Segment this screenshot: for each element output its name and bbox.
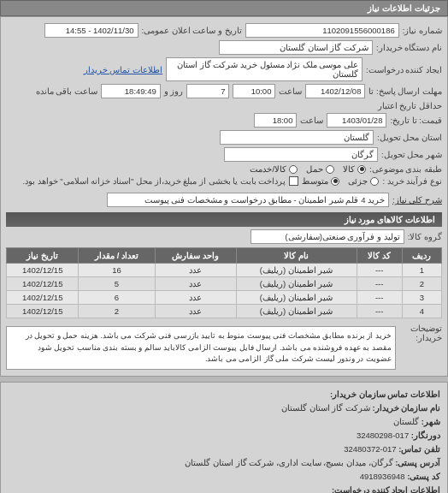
group-field: تولید و فرآوری صنعتی(سفارشی) <box>251 229 404 244</box>
deadline-time: 10:00 <box>233 84 275 98</box>
remain-days: 7 <box>186 84 229 98</box>
pkg-opt-0[interactable]: کالا <box>343 164 366 174</box>
creator-title: اطلاعات ایجاد کننده درخواست: <box>332 485 440 493</box>
addr-val: گرگان، میدان بسیج، سایت اداری، شرکت گاز … <box>185 458 392 467</box>
goods-section-title: اطلاعات کالاهای مورد نیاز <box>6 212 442 227</box>
cell-qty: 5 <box>79 277 155 291</box>
fax-label: دورنگار: <box>411 431 440 440</box>
addr-label: آدرس پستی: <box>395 458 440 467</box>
process-radios: جزئی متوسط <box>302 176 379 186</box>
creator-field: علی موسی ملک نژاد مسئول خرید شرکت گاز اس… <box>166 57 363 81</box>
main-panel: شماره نیاز: 1102091556000186 تاریخ و ساع… <box>0 16 448 377</box>
radio-icon <box>326 165 334 174</box>
zip-label: کد پستی: <box>407 472 440 481</box>
pub-dt-field: 1402/11/30 - 14:55 <box>44 23 139 38</box>
col-code: کد کالا <box>357 248 402 264</box>
city-label: شهر محل تحویل: <box>381 150 442 159</box>
cell-qty: 6 <box>79 291 155 305</box>
footer-panel: اطلاعات تماس سازمان خریدار: نام سازمان خ… <box>0 382 448 494</box>
price-label: قیمت: تا تاریخ: <box>390 116 442 125</box>
col-name: نام کالا <box>236 248 357 264</box>
cell-date: 1402/12/15 <box>7 291 79 305</box>
table-row: 3---شیر اطمینان (ریلیف)عدد61402/12/15 <box>7 291 442 305</box>
time-label-1: ساعت <box>279 86 302 96</box>
cell-name: شیر اطمینان (ریلیف) <box>236 291 357 305</box>
cell-date: 1402/12/15 <box>7 277 79 291</box>
process-opt-1[interactable]: متوسط <box>302 176 339 186</box>
remain-time-label: ساعت باقی مانده <box>36 86 97 96</box>
radio-icon <box>331 177 339 186</box>
cell-name: شیر اطمینان (ریلیف) <box>236 264 357 277</box>
col-qty: تعداد / مقدار <box>79 248 155 264</box>
notes-label: توضیحات خریدار: <box>399 324 442 342</box>
remain-time: 18:49:49 <box>101 84 161 98</box>
province-label: استان محل تحویل: <box>377 133 442 142</box>
phone-val: 017-32480372 <box>344 444 396 454</box>
cell-date: 1402/12/15 <box>7 305 79 318</box>
cell-n: 1 <box>402 264 441 277</box>
table-row: 2---شیر اطمینان (ریلیف)عدد51402/12/15 <box>7 277 442 291</box>
pkg-opt-1[interactable]: حمل <box>306 164 334 174</box>
cell-n: 3 <box>402 291 441 305</box>
cell-code: --- <box>357 305 402 318</box>
creator-label: ایجاد کننده درخواست: <box>366 65 442 74</box>
cell-n: 2 <box>402 277 441 291</box>
radio-icon <box>357 165 366 174</box>
col-unit: واحد سفارش <box>155 248 236 264</box>
fcity-label: شهر: <box>421 417 440 426</box>
cell-name: شیر اطمینان (ریلیف) <box>236 305 357 318</box>
table-row: 1---شیر اطمینان (ریلیف)عدد161402/12/15 <box>7 264 442 277</box>
buyer-contact-link[interactable]: اطلاعات تماس خریدار <box>84 65 162 74</box>
radio-icon <box>289 165 298 174</box>
cell-unit: عدد <box>155 291 236 305</box>
fax-val: 017-32480298 <box>357 431 409 440</box>
process-opt-0[interactable]: جزئی <box>348 176 379 186</box>
cell-code: --- <box>357 291 402 305</box>
footer-title: اطلاعات تماس سازمان خریدار: <box>330 389 440 399</box>
cell-unit: عدد <box>155 305 236 318</box>
col-date: تاریخ نیاز <box>7 248 79 264</box>
group-label: گروه کالا: <box>408 232 442 241</box>
req-no-label: شماره نیاز: <box>403 26 442 35</box>
process-label: نوع فرآیند خرید : <box>382 176 442 186</box>
history-label: حداقل تاریخ اعتبار <box>378 101 442 110</box>
cell-n: 4 <box>402 305 441 318</box>
radio-icon <box>370 177 379 186</box>
cell-code: --- <box>357 264 402 277</box>
cell-date: 1402/12/15 <box>7 264 79 277</box>
city-field: گرگان <box>224 147 378 162</box>
process-note: پرداخت بابت یا بخشی از مبلغ خرید،از محل … <box>22 176 286 186</box>
treasury-checkbox[interactable] <box>289 176 298 186</box>
desc-label: شرح کلی نیاز: <box>392 195 442 205</box>
pkg-opt-2[interactable]: کالا/خدمت <box>250 164 298 174</box>
province-field: گلستان <box>220 130 374 145</box>
col-n: ردیف <box>402 248 441 264</box>
cell-qty: 16 <box>79 264 155 277</box>
pkg-label: طبقه بندی موضوعی: <box>369 164 442 174</box>
desc-field: خرید 4 قلم شیر اطمینان - مطابق درخواست و… <box>107 193 389 207</box>
buyer-field: شرکت گاز استان گلستان <box>219 40 373 55</box>
org-val: شرکت گاز استان گلستان <box>281 403 370 413</box>
price-date: 1403/01/28 <box>327 113 386 128</box>
price-time: 18:00 <box>254 113 297 128</box>
org-label: نام سازمان خریدار: <box>373 403 440 413</box>
notes-box: خرید از برنده مطابق مشخصات فنی پیوست منو… <box>6 326 396 370</box>
time-label-2: ساعت <box>300 116 323 125</box>
cell-name: شیر اطمینان (ریلیف) <box>236 277 357 291</box>
deadline-date: 1402/12/08 <box>305 84 365 98</box>
pkg-radios: کالا حمل کالا/خدمت <box>250 164 366 174</box>
goods-table: ردیف کد کالا نام کالا واحد سفارش تعداد /… <box>6 247 442 318</box>
buyer-label: نام دستگاه خریدار: <box>376 43 442 52</box>
panel-title: جزئیات اطلاعات نیاز <box>0 0 448 16</box>
zip-val: 4918936948 <box>360 472 405 481</box>
table-row: 4---شیر اطمینان (ریلیف)عدد21402/12/15 <box>7 305 442 318</box>
cell-qty: 2 <box>79 305 155 318</box>
fcity-val: گلستان <box>393 417 419 426</box>
cell-unit: عدد <box>155 264 236 277</box>
cell-unit: عدد <box>155 277 236 291</box>
pub-dt-label: تاریخ و ساعت اعلان عمومی: <box>142 26 242 35</box>
remain-days-label: روز و <box>164 86 184 96</box>
cell-code: --- <box>357 277 402 291</box>
req-no-field: 1102091556000186 <box>245 23 399 38</box>
phone-label: تلفن تماس: <box>398 444 440 454</box>
